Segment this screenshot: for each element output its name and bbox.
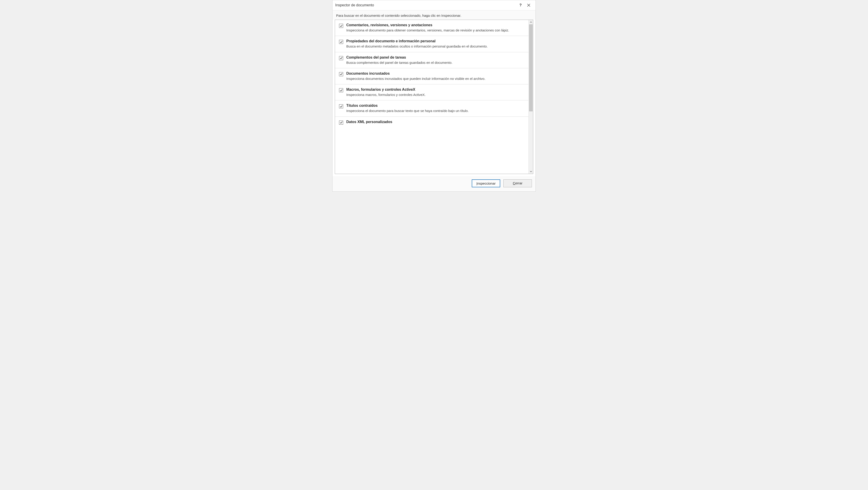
list-item-text: Datos XML personalizados [346,120,526,125]
list-item-desc: Inspecciona macros, formularios y contro… [346,92,526,97]
checkmark-icon [340,24,343,27]
chevron-down-icon [530,171,532,172]
list-item-desc: Inspecciona documentos incrustados que p… [346,77,526,81]
scrollbar[interactable] [528,20,533,174]
list-item-title: Macros, formularios y controles ActiveX [346,88,526,92]
list-item-text: Complementos del panel de tareas Busca c… [346,55,526,65]
dialog-title: Inspector de documento [335,3,517,7]
checkbox-custom-xml[interactable] [339,121,343,125]
list-item-desc: Inspecciona el documento para buscar tex… [346,109,526,113]
instruction-text: Para buscar en el documento el contenido… [333,10,535,20]
checkmark-icon [340,73,343,76]
scroll-track[interactable] [529,24,533,169]
close-button[interactable] [525,2,533,8]
dialog-footer: Inspeccionar Cerrar [333,176,535,192]
document-inspector-dialog: Inspector de documento ? Para buscar en … [332,0,536,192]
list-item-title: Propiedades del documento e información … [346,39,526,43]
scroll-down-icon[interactable] [529,169,533,174]
chevron-up-icon [530,22,532,23]
list-item-text: Documentos incrustados Inspecciona docum… [346,71,526,81]
checkbox-comments[interactable] [339,24,343,28]
help-icon: ? [520,3,522,7]
list-item-text: Títulos contraídos Inspecciona el docume… [346,104,526,113]
inspection-list: Comentarios, revisiones, versiones y ano… [335,20,533,174]
checkbox-macros[interactable] [339,88,343,92]
checkbox-taskpane[interactable] [339,56,343,60]
checkmark-icon [340,105,343,108]
list-item-desc: Busca en el documento metadatos ocultos … [346,44,526,49]
mnemonic: C [513,181,515,185]
list-item: Complementos del panel de tareas Busca c… [335,52,533,68]
list-item-desc: Inspecciona el documento para obtener co… [346,28,526,33]
checkmark-icon [340,57,343,59]
list-item: Datos XML personalizados [335,117,533,128]
list-item: Comentarios, revisiones, versiones y ano… [335,20,533,36]
checkbox-collapsed-headings[interactable] [339,104,343,108]
close-icon [527,4,530,7]
help-button[interactable]: ? [517,2,525,8]
list-item: Propiedades del documento e información … [335,36,533,52]
checkmark-icon [340,40,343,44]
inspect-button[interactable]: Inspeccionar [472,179,500,187]
list-item-text: Comentarios, revisiones, versiones y ano… [346,23,526,33]
inspection-list-container: Comentarios, revisiones, versiones y ano… [335,20,533,174]
list-item-text: Macros, formularios y controles ActiveX … [346,88,526,97]
list-item-title: Datos XML personalizados [346,120,526,124]
list-item-title: Complementos del panel de tareas [346,55,526,59]
close-label-tail: errar [515,181,523,185]
close-dialog-button[interactable]: Cerrar [503,179,532,187]
scroll-up-icon[interactable] [529,20,533,24]
list-item-desc: Busca complementos del panel de tareas g… [346,60,526,65]
scroll-thumb[interactable] [529,24,532,111]
list-item: Documentos incrustados Inspecciona docum… [335,68,533,84]
checkbox-properties[interactable] [339,40,343,44]
list-item-title: Comentarios, revisiones, versiones y ano… [346,23,526,27]
list-item-title: Documentos incrustados [346,71,526,76]
titlebar: Inspector de documento ? [333,0,535,10]
checkmark-icon [340,89,343,92]
list-item-title: Títulos contraídos [346,104,526,108]
list-item-text: Propiedades del documento e información … [346,39,526,49]
checkmark-icon [340,121,343,124]
list-item: Títulos contraídos Inspecciona el docume… [335,100,533,116]
checkbox-embedded[interactable] [339,72,343,76]
inspect-label-tail: nspeccionar [477,181,496,185]
list-item: Macros, formularios y controles ActiveX … [335,84,533,100]
